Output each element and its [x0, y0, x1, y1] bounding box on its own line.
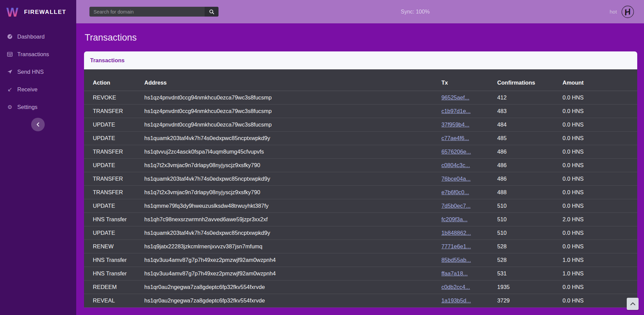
cell-action: HNS Transfer	[84, 213, 144, 226]
search-input[interactable]	[89, 7, 205, 17]
domain-search	[89, 7, 219, 17]
cell-tx: 76bce04a...	[441, 172, 497, 186]
cell-action: REVEAL	[84, 294, 144, 308]
cell-action: TRANSFER	[84, 145, 144, 159]
cell-amount: 0.0 HNS	[563, 145, 637, 159]
tx-link[interactable]: 96525aef...	[441, 94, 470, 100]
cell-amount: 0.0 HNS	[563, 132, 637, 145]
tx-link[interactable]: fc209f3a...	[441, 216, 468, 222]
sidebar-item-label: Receive	[17, 86, 38, 93]
svg-text:H: H	[624, 6, 632, 17]
cell-action: UPDATE	[84, 132, 144, 145]
wallet-zone: hot H	[609, 5, 634, 18]
brand-header: W FIREWALLET	[0, 0, 76, 20]
scroll-to-top-button[interactable]	[627, 298, 639, 310]
cell-tx: c1b97d1e...	[441, 105, 497, 118]
cell-confirmations: 483	[497, 105, 563, 118]
chevron-left-icon	[36, 122, 40, 127]
cell-tx: 7d5b0ec7...	[441, 199, 497, 213]
tx-link[interactable]: c0db2cc4...	[441, 284, 470, 290]
tx-link[interactable]: c0804c3c...	[441, 162, 470, 168]
table-row: HNS Transfer hs1qh7c98nexsrzwrmnh2avved6…	[84, 213, 637, 226]
cell-confirmations: 531	[497, 267, 563, 280]
sidebar-item-label: Settings	[17, 104, 38, 110]
cell-address: hs1q9jatx22283jzkcmlrnenjxvvzv387jsn7mfu…	[144, 240, 441, 253]
cell-address: hs1qz4pnvdnt0ccg94nmkhcu0ezca79wc3s8fucs…	[144, 118, 441, 132]
handshake-icon[interactable]: H	[621, 5, 634, 18]
send-icon	[6, 69, 13, 74]
sidebar-item-label: Send HNS	[17, 69, 44, 75]
table-row: HNS Transfer hs1qv3uu4amv87g7p7h49xez2pm…	[84, 253, 637, 267]
tx-link[interactable]: 76bce04a...	[441, 176, 471, 182]
tx-link[interactable]: c1b97d1e...	[441, 108, 471, 114]
table-row: UPDATE hs1quamk203taf4vk7h74s0edxpwc85nc…	[84, 226, 637, 240]
tx-link[interactable]: e7b6f0c0...	[441, 189, 469, 195]
cell-tx: 7771e6e1...	[441, 240, 497, 253]
cell-confirmations: 485	[497, 132, 563, 145]
tx-link[interactable]: 7d5b0ec7...	[441, 203, 471, 209]
tx-link[interactable]: 85bd55ab...	[441, 257, 471, 263]
transactions-table-body: REVOKE hs1qz4pnvdnt0ccg94nmkhcu0ezca79wc…	[84, 91, 637, 308]
cell-amount: 0.0 HNS	[563, 186, 637, 199]
tx-link[interactable]: 1a193b5d...	[441, 297, 471, 303]
cell-amount: 0.0 HNS	[563, 172, 637, 186]
cell-action: UPDATE	[84, 159, 144, 172]
sidebar-collapse-button[interactable]	[31, 118, 45, 131]
svg-text:W: W	[6, 5, 18, 19]
table-row: REVOKE hs1qz4pnvdnt0ccg94nmkhcu0ezca79wc…	[84, 91, 637, 105]
tx-link[interactable]: ffaa7a18...	[441, 270, 468, 276]
sidebar-item-transactions[interactable]: Transactions	[0, 45, 76, 63]
transactions-icon	[6, 52, 13, 57]
cell-address: hs1qv3uu4amv87g7p7h49xez2pmzwjf92am0wzpn…	[144, 267, 441, 280]
table-row: UPDATE hs1q7t2x3vmjac9n7drlapy08nyjyscjz…	[84, 159, 637, 172]
cell-action: REDEEM	[84, 280, 144, 294]
tx-link[interactable]: c77ae4f6...	[441, 135, 469, 141]
table-row: TRANSFER hs1q7t2x3vmjac9n7drlapy08nyjysc…	[84, 186, 637, 199]
sidebar-item-settings[interactable]: ⚙ Settings	[0, 98, 76, 116]
cell-confirmations: 510	[497, 199, 563, 213]
column-header-confirmations: Confirmations	[497, 69, 563, 91]
cell-confirmations: 412	[497, 91, 563, 105]
cell-confirmations: 486	[497, 159, 563, 172]
cell-tx: 1b848862...	[441, 226, 497, 240]
cell-confirmations: 486	[497, 172, 563, 186]
topbar: Sync: 100% hot H	[76, 0, 644, 23]
cell-tx: c0db2cc4...	[441, 280, 497, 294]
cell-address: hs1qmme79fq3dy9hweuzuslksdw48trwuyhkt387…	[144, 199, 441, 213]
sidebar-nav: Dashboard Transactions Send HNS ↙	[0, 28, 76, 116]
cell-action: UPDATE	[84, 226, 144, 240]
cell-address: hs1q7t2x3vmjac9n7drlapy08nyjyscjz9xsfky7…	[144, 159, 441, 172]
cell-confirmations: 510	[497, 213, 563, 226]
cell-action: UPDATE	[84, 118, 144, 132]
cell-address: hs1qz4pnvdnt0ccg94nmkhcu0ezca79wc3s8fucs…	[144, 91, 441, 105]
tx-link[interactable]: 6576206e...	[441, 149, 471, 155]
cell-confirmations: 528	[497, 253, 563, 267]
tx-link[interactable]: 37f959b4...	[441, 121, 470, 128]
cell-action: HNS Transfer	[84, 267, 144, 280]
table-header-row: Action Address Tx Confirmations Amount	[84, 69, 637, 91]
table-row: UPDATE hs1quamk203taf4vk7h74s0edxpwc85nc…	[84, 132, 637, 145]
column-header-action: Action	[84, 69, 144, 91]
cell-address: hs1qtvvuj2zc4asck0fspa7l4uqm8umg45cfvupv…	[144, 145, 441, 159]
search-button[interactable]	[205, 7, 219, 17]
sidebar-item-dashboard[interactable]: Dashboard	[0, 28, 76, 45]
table-row: TRANSFER hs1qz4pnvdnt0ccg94nmkhcu0ezca79…	[84, 105, 637, 118]
table-row: HNS Transfer hs1qv3uu4amv87g7p7h49xez2pm…	[84, 267, 637, 280]
column-header-amount: Amount	[563, 69, 637, 91]
cell-action: HNS Transfer	[84, 253, 144, 267]
tx-link[interactable]: 1b848862...	[441, 230, 471, 236]
cell-action: RENEW	[84, 240, 144, 253]
cell-address: hs1quamk203taf4vk7h74s0edxpwc85ncptxwpkd…	[144, 132, 441, 145]
sidebar-item-send-hns[interactable]: Send HNS	[0, 63, 76, 81]
cell-amount: 2.0 HNS	[563, 213, 637, 226]
cell-amount: 1.0 HNS	[563, 253, 637, 267]
cell-action: TRANSFER	[84, 105, 144, 118]
cell-confirmations: 488	[497, 186, 563, 199]
sidebar: W FIREWALLET Dashboard	[0, 0, 76, 315]
table-row: UPDATE hs1qmme79fq3dy9hweuzuslksdw48trwu…	[84, 199, 637, 213]
cell-confirmations: 510	[497, 226, 563, 240]
cell-amount: 0.0 HNS	[563, 280, 637, 294]
sidebar-item-receive[interactable]: ↙ Receive	[0, 81, 76, 98]
cell-address: hs1q7t2x3vmjac9n7drlapy08nyjyscjz9xsfky7…	[144, 186, 441, 199]
tx-link[interactable]: 7771e6e1...	[441, 243, 471, 249]
